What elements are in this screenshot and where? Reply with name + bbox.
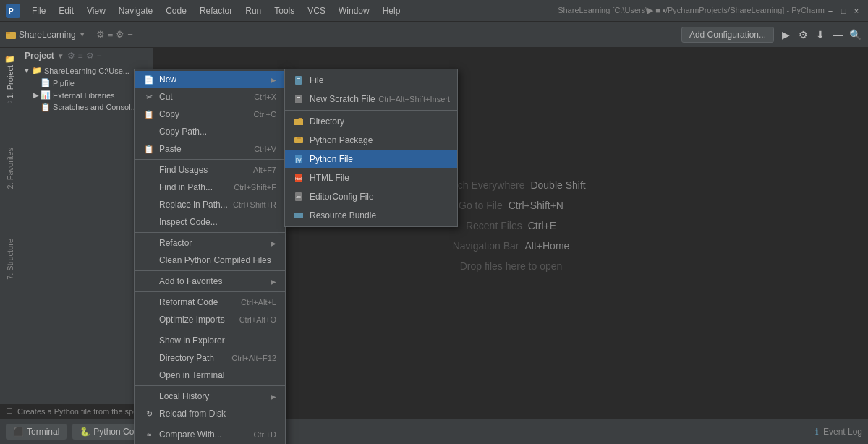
svg-text:.ec: .ec [296,195,301,199]
gear2-icon[interactable]: ⚙ [116,29,124,40]
sub-directory-label: Directory [310,116,344,127]
ctx-copy-shortcut: Ctrl+C [254,110,276,119]
ctx-refactor[interactable]: Refactor ▶ [135,234,285,252]
toolbar: ShareLearning ▼ ⚙ ≡ ⚙ − Add Configuratio… [0,22,868,48]
ctx-optimize-label: Optimize Imports [159,315,239,325]
ctx-show-explorer-label: Show in Explorer [159,336,276,346]
panel-gear-icon[interactable]: ≡ [78,51,83,61]
close-button[interactable]: × [851,5,862,17]
sub-new-scratch-shortcut: Ctrl+Alt+Shift+Insert [378,95,450,103]
ctx-reload-label: Reload from Disk [159,409,276,419]
ctx-replace-in-path[interactable]: Replace in Path... Ctrl+Shift+R [135,196,285,213]
ctx-paste[interactable]: 📋 Paste Ctrl+V [135,140,285,158]
ctx-clean-python[interactable]: Clean Python Compiled Files [135,252,285,269]
ctx-compare[interactable]: ≈ Compare With... Ctrl+D [135,426,285,443]
history-arrow-icon: ▶ [271,393,276,401]
sub-editorconfig-label: EditorConfig File [310,192,374,202]
ctx-add-favorites[interactable]: Add to Favorites ▶ [135,273,285,290]
stop-icon[interactable]: — [830,27,845,42]
ctx-open-terminal[interactable]: Open in Terminal [135,367,285,384]
layout-icon[interactable]: ≡ [108,29,114,40]
html-file-icon: html [292,171,305,184]
copy-path-icon [143,126,155,137]
ctx-cut[interactable]: ✂ Cut Ctrl+X [135,88,285,106]
compare-icon: ≈ [143,429,155,440]
menu-window[interactable]: Window [333,4,375,17]
structure-icon[interactable]: ≡ [1,71,19,88]
ctx-copy[interactable]: 📋 Copy Ctrl+C [135,106,285,123]
sub-directory[interactable]: Directory [285,112,457,131]
ctx-optimize[interactable]: Optimize Imports Ctrl+Alt+O [135,311,285,328]
left-sidebar: 📁 ≡ ★ [0,48,20,418]
event-log-label[interactable]: Event Log [823,427,862,437]
ctx-paste-shortcut: Ctrl+V [254,145,276,153]
menu-run[interactable]: Run [239,4,267,17]
panel-close-icon[interactable]: − [97,51,102,61]
ctx-new[interactable]: 📄 New ▶ [135,71,285,88]
ctx-dir-path-shortcut: Ctrl+Alt+F12 [231,354,276,362]
menu-navigate[interactable]: Navigate [113,4,158,17]
menu-vcs[interactable]: VCS [302,4,331,17]
ctx-dir-path[interactable]: Directory Path Ctrl+Alt+F12 [135,349,285,367]
svg-text:P: P [9,7,14,15]
minus-icon[interactable]: − [127,29,133,40]
run-icons: ▶ ⚙ ⬇ — 🔍 [778,27,862,42]
settings-icon[interactable]: ⚙ [96,29,105,40]
inspect-icon [143,216,155,228]
window-controls: − □ × [825,5,862,17]
find-usages-icon [143,164,155,176]
terminal-tab[interactable]: ⬛ Terminal [6,424,67,440]
menu-help[interactable]: Help [377,4,407,17]
ctx-sep4 [135,291,285,292]
ctx-sep2 [135,232,285,233]
ctx-inspect-code[interactable]: Inspect Code... [135,213,285,231]
dir-path-icon [143,352,155,364]
favorites-add-icon [143,276,155,287]
minimize-button[interactable]: − [825,5,836,17]
refactor-arrow-icon: ▶ [271,239,276,247]
menu-view[interactable]: View [81,4,111,17]
favorites-icon[interactable]: ★ [1,91,19,108]
ctx-reload[interactable]: ↻ Reload from Disk [135,405,285,422]
sub-python-file[interactable]: py Python File [285,150,457,168]
project-badge[interactable]: ShareLearning [19,30,76,40]
menu-tools[interactable]: Tools [268,4,300,17]
ctx-compare-shortcut: Ctrl+D [254,430,276,439]
sub-resource-bundle[interactable]: Resource Bundle [285,206,457,225]
build-icon[interactable]: ⚙ [796,27,810,42]
ctx-find-in-path[interactable]: Find in Path... Ctrl+Shift+F [135,179,285,196]
ctx-replace-in-path-label: Replace in Path... [159,200,233,210]
search-everywhere-icon[interactable]: 🔍 [848,27,862,42]
sub-new-scratch-label: New Scratch File [310,94,375,104]
ctx-reformat[interactable]: Reformat Code Ctrl+Alt+L [135,294,285,311]
sub-file[interactable]: File [285,71,457,90]
ctx-local-history-label: Local History [159,391,271,401]
project-icon[interactable]: 📁 [1,51,19,68]
sub-new-scratch[interactable]: New Scratch File Ctrl+Alt+Shift+Insert [285,90,457,108]
ctx-sep3 [135,270,285,271]
menu-edit[interactable]: Edit [53,4,80,17]
panel-options-icon[interactable]: ⚙ [86,51,94,61]
sub-python-file-label: Python File [310,154,353,164]
add-configuration-button[interactable]: Add Configuration... [681,27,774,43]
panel-settings-icon[interactable]: ⚙ [67,51,75,61]
maximize-button[interactable]: □ [838,5,849,17]
run-button[interactable]: ▶ [778,27,793,42]
menu-code[interactable]: Code [160,4,192,17]
sub-editorconfig[interactable]: .ec EditorConfig File [285,187,457,206]
ctx-show-explorer[interactable]: Show in Explorer [135,332,285,349]
refactor-icon [143,237,155,249]
ctx-find-usages[interactable]: Find Usages Alt+F7 [135,161,285,179]
new-arrow-icon: ▶ [271,76,276,84]
menu-file[interactable]: File [26,4,51,17]
svg-rect-3 [6,32,10,34]
download-icon[interactable]: ⬇ [813,27,827,42]
app-logo: P [6,4,20,18]
sub-python-package[interactable]: Python Package [285,131,457,150]
optimize-icon [143,314,155,325]
ctx-copy-path[interactable]: Copy Path... [135,123,285,140]
project-panel-header: Project ▼ ⚙ ≡ ⚙ − [20,48,153,64]
ctx-local-history[interactable]: Local History ▶ [135,388,285,405]
sub-html-file[interactable]: html HTML File [285,168,457,187]
menu-refactor[interactable]: Refactor [194,4,238,17]
